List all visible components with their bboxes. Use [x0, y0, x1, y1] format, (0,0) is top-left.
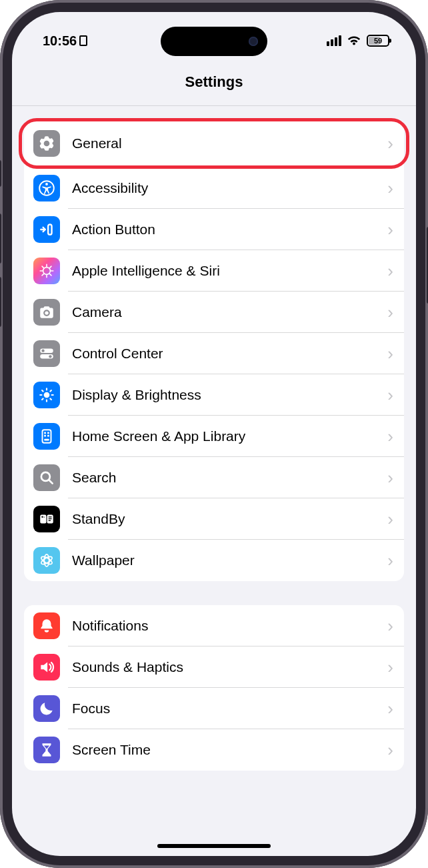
settings-row-home-screen-app-library[interactable]: Home Screen & App Library›	[24, 416, 404, 457]
accessibility-icon	[33, 175, 60, 201]
chevron-right-icon: ›	[387, 510, 393, 528]
dynamic-island	[161, 27, 267, 56]
sim-icon	[79, 35, 87, 46]
action-button-icon	[33, 216, 60, 243]
row-label: Search	[72, 470, 387, 486]
page-title: Settings	[12, 73, 416, 91]
settings-row-camera[interactable]: Camera›	[24, 292, 404, 333]
chevron-right-icon: ›	[387, 345, 393, 362]
row-label: Wallpaper	[72, 552, 387, 568]
gear-icon	[33, 130, 60, 157]
chevron-right-icon: ›	[387, 179, 393, 197]
hourglass-icon	[33, 737, 60, 763]
search-icon	[33, 464, 60, 491]
settings-row-notifications[interactable]: Notifications›	[24, 605, 404, 646]
settings-group: Notifications›Sounds & Haptics›Focus›Scr…	[24, 605, 404, 771]
home-indicator[interactable]	[157, 844, 271, 848]
row-label: Action Button	[72, 222, 387, 238]
control-center-icon	[33, 340, 60, 367]
settings-row-action-button[interactable]: Action Button›	[24, 209, 404, 250]
chevron-right-icon: ›	[387, 262, 393, 280]
cellular-icon	[327, 35, 341, 46]
row-label: Accessibility	[72, 180, 387, 196]
device-frame: 10:56 59 Settings General›Accessibility›…	[0, 0, 428, 868]
row-label: Home Screen & App Library	[72, 428, 387, 444]
chevron-right-icon: ›	[387, 135, 393, 152]
chevron-right-icon: ›	[387, 700, 393, 717]
settings-list: General›Accessibility›Action Button›Appl…	[12, 106, 416, 771]
settings-row-screen-time[interactable]: Screen Time›	[24, 729, 404, 771]
settings-row-search[interactable]: Search›	[24, 457, 404, 498]
wallpaper-icon	[33, 547, 60, 574]
camera-icon	[33, 299, 60, 326]
row-label: Camera	[72, 304, 387, 320]
row-label: Apple Intelligence & Siri	[72, 263, 387, 279]
chevron-right-icon: ›	[387, 304, 393, 321]
chevron-right-icon: ›	[387, 552, 393, 569]
settings-row-wallpaper[interactable]: Wallpaper›	[24, 540, 404, 581]
row-label: Control Center	[72, 346, 387, 362]
chevron-right-icon: ›	[387, 221, 393, 238]
screen: 10:56 59 Settings General›Accessibility›…	[12, 12, 416, 856]
battery-pct: 59	[374, 37, 382, 45]
status-time: 10:56	[43, 33, 77, 49]
row-label: General	[72, 135, 387, 151]
settings-row-display-brightness[interactable]: Display & Brightness›	[24, 374, 404, 416]
standby-icon	[33, 506, 60, 532]
chevron-right-icon: ›	[387, 428, 393, 445]
chevron-right-icon: ›	[387, 386, 393, 404]
nav-header: Settings	[12, 65, 416, 106]
settings-row-general[interactable]: General›	[22, 121, 406, 165]
chevron-right-icon: ›	[387, 617, 393, 634]
row-label: StandBy	[72, 511, 387, 527]
row-label: Notifications	[72, 618, 387, 634]
settings-group: General›Accessibility›Action Button›Appl…	[24, 121, 404, 581]
settings-row-sounds-haptics[interactable]: Sounds & Haptics›	[24, 646, 404, 688]
moon-icon	[33, 695, 60, 722]
row-label: Sounds & Haptics	[72, 659, 387, 675]
chevron-right-icon: ›	[387, 741, 393, 759]
settings-row-focus[interactable]: Focus›	[24, 688, 404, 729]
row-label: Display & Brightness	[72, 387, 387, 403]
settings-row-control-center[interactable]: Control Center›	[24, 333, 404, 374]
home-screen-icon	[33, 423, 60, 450]
brightness-icon	[33, 382, 60, 408]
row-label: Screen Time	[72, 742, 387, 758]
chevron-right-icon: ›	[387, 469, 393, 486]
settings-row-apple-intelligence-siri[interactable]: Apple Intelligence & Siri›	[24, 250, 404, 292]
row-label: Focus	[72, 701, 387, 717]
apple-intelligence-icon	[33, 258, 60, 284]
settings-row-accessibility[interactable]: Accessibility›	[24, 167, 404, 209]
battery-icon: 59	[367, 35, 389, 47]
speaker-icon	[33, 654, 60, 681]
chevron-right-icon: ›	[387, 659, 393, 676]
bell-icon	[33, 612, 60, 639]
settings-row-standby[interactable]: StandBy›	[24, 498, 404, 540]
wifi-icon	[347, 35, 361, 46]
